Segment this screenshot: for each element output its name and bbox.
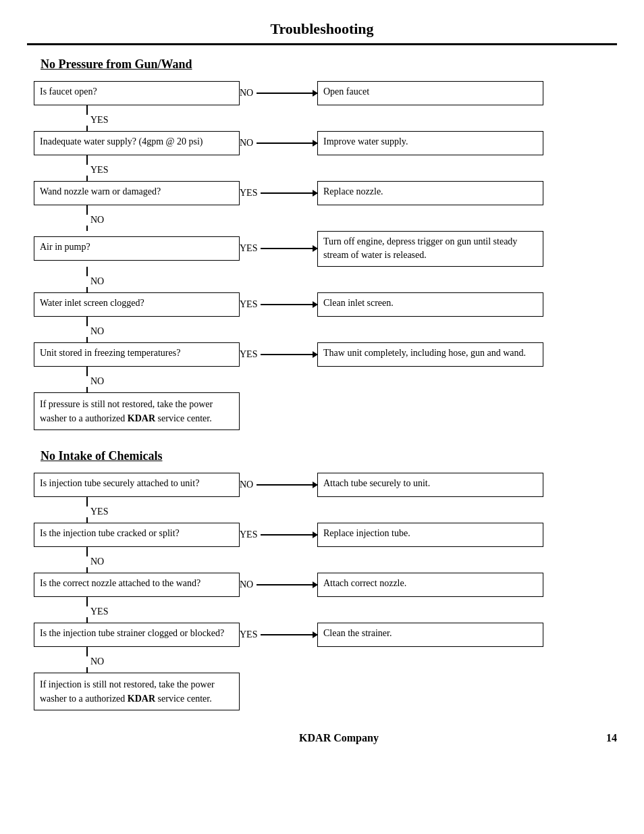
vline-3b xyxy=(86,226,88,231)
arrow-line-3 xyxy=(261,192,317,194)
no-connector-4: NO xyxy=(74,267,617,292)
arrow-line-s2-4 xyxy=(261,634,317,635)
no-conn-s2-4: NO xyxy=(74,647,617,673)
answer-box-4: Turn off engine, depress trigger on gun … xyxy=(317,231,543,267)
flow-row-s2-4: Is the injection tube strainer clogged o… xyxy=(34,623,617,647)
vline-6 xyxy=(86,367,88,376)
yes-label-s2-4: YES xyxy=(240,629,261,640)
vline-3 xyxy=(86,205,88,215)
yes-label-s2-2: YES xyxy=(240,529,261,540)
yes-label-1: YES xyxy=(90,115,617,126)
arrow-line-s2-2 xyxy=(261,534,317,536)
connector-s2-2: YES xyxy=(240,529,317,540)
answer-box-3: Replace nozzle. xyxy=(317,181,543,205)
yes-label-3a: YES xyxy=(240,188,261,199)
connector-s2-4: YES xyxy=(240,629,317,640)
question-box-3: Wand nozzle warn or damaged? xyxy=(34,181,240,205)
connector-6: YES xyxy=(240,349,317,360)
yes-label-4: YES xyxy=(240,243,261,254)
no-label-3: NO xyxy=(90,215,617,226)
footer-company: KDAR Company xyxy=(81,732,597,744)
vline-5b xyxy=(86,337,88,342)
section2: No Intake of Chemicals Is injection tube… xyxy=(27,449,617,710)
section1-heading: No Pressure from Gun/Wand xyxy=(41,57,617,72)
arrow-line-2 xyxy=(257,142,317,144)
question-box-s2-3: Is the correct nozzle attached to the wa… xyxy=(34,573,240,597)
question-box-s2-4: Is the injection tube strainer clogged o… xyxy=(34,623,240,647)
flow-row-s2-1: Is injection tube securely attached to u… xyxy=(34,473,617,497)
question-box-s2-1: Is injection tube securely attached to u… xyxy=(34,473,240,497)
footer-page: 14 xyxy=(597,732,617,744)
page-container: Troubleshooting No Pressure from Gun/Wan… xyxy=(27,20,617,744)
arrow-line-1 xyxy=(257,93,317,94)
vline-4 xyxy=(86,267,88,276)
connector-s2-3: NO xyxy=(240,579,317,590)
no-conn-s2-2: NO xyxy=(74,547,617,573)
connector-2: NO xyxy=(240,138,317,149)
yes-connector-1: YES xyxy=(74,105,617,131)
arrow-line-6 xyxy=(261,354,317,355)
no-label-1: NO xyxy=(240,88,257,99)
flow-row-s2-3: Is the correct nozzle attached to the wa… xyxy=(34,573,617,597)
arrow-line-s2-1 xyxy=(257,484,317,486)
connector-1: NO xyxy=(240,88,317,99)
question-box-s2-2: Is the injection tube cracked or split? xyxy=(34,523,240,547)
answer-box-2: Improve water supply. xyxy=(317,131,543,155)
answer-box-s2-1: Attach tube securely to unit. xyxy=(317,473,543,497)
arrow-line-s2-3 xyxy=(257,584,317,585)
flow-row-3: Wand nozzle warn or damaged? YES Replace… xyxy=(34,181,617,205)
section2-heading: No Intake of Chemicals xyxy=(41,449,617,463)
terminal-box-2: If injection is still not restored, take… xyxy=(34,673,240,710)
flow-row-5: Water inlet screen clogged? YES Clean in… xyxy=(34,292,617,317)
no-label-4: NO xyxy=(90,276,617,287)
connector-3: YES xyxy=(240,188,317,199)
connector-4: YES xyxy=(240,243,317,254)
question-box-4: Air in pump? xyxy=(34,236,240,261)
arrow-line-5 xyxy=(261,304,317,305)
yes-conn-s2-3: YES xyxy=(74,597,617,623)
vline-4b xyxy=(86,287,88,292)
yes-connector-2: YES xyxy=(74,155,617,181)
flow-row-6: Unit stored in freezing temperatures? YE… xyxy=(34,342,617,367)
vline-1b xyxy=(86,126,88,131)
no-label-6: NO xyxy=(90,376,617,387)
no-label-2: NO xyxy=(240,138,257,149)
kdar-bold-1: KDAR xyxy=(128,413,155,423)
answer-box-1: Open faucet xyxy=(317,81,543,105)
page-title: Troubleshooting xyxy=(27,20,617,38)
answer-box-s2-4: Clean the strainer. xyxy=(317,623,543,647)
vline-1 xyxy=(86,105,88,115)
no-label-s2-3: NO xyxy=(240,579,257,590)
answer-box-s2-3: Attach correct nozzle. xyxy=(317,573,543,597)
no-label-5: NO xyxy=(90,326,617,337)
title-divider xyxy=(27,43,617,45)
connector-5: YES xyxy=(240,299,317,310)
vline-2b xyxy=(86,176,88,181)
kdar-bold-2: KDAR xyxy=(128,694,155,704)
answer-box-s2-2: Replace injection tube. xyxy=(317,523,543,547)
question-box-6: Unit stored in freezing temperatures? xyxy=(34,342,240,367)
terminal-box-1: If pressure is still not restored, take … xyxy=(34,392,240,430)
flow-row-1: Is faucet open? NO Open faucet xyxy=(34,81,617,105)
yes-label-2: YES xyxy=(90,165,617,176)
answer-box-5: Clean inlet screen. xyxy=(317,292,543,317)
no-connector-6: NO xyxy=(74,367,617,392)
no-label-s2-1: NO xyxy=(240,479,257,490)
section1: No Pressure from Gun/Wand Is faucet open… xyxy=(27,57,617,430)
question-box-2: Inadequate water supply? (4gpm @ 20 psi) xyxy=(34,131,240,155)
vline-6b xyxy=(86,387,88,392)
yes-label-6: YES xyxy=(240,349,261,360)
flow-row-s2-2: Is the injection tube cracked or split? … xyxy=(34,523,617,547)
vline-2 xyxy=(86,155,88,165)
arrow-line-4 xyxy=(261,248,317,249)
yes-conn-s2-1: YES xyxy=(74,497,617,523)
flow-row-4: Air in pump? YES Turn off engine, depres… xyxy=(34,231,617,267)
yes-label-5: YES xyxy=(240,299,261,310)
answer-box-6: Thaw unit completely, including hose, gu… xyxy=(317,342,543,367)
footer: KDAR Company 14 xyxy=(27,729,617,744)
flow-row-2: Inadequate water supply? (4gpm @ 20 psi)… xyxy=(34,131,617,155)
question-box-5: Water inlet screen clogged? xyxy=(34,292,240,317)
vline-5 xyxy=(86,317,88,326)
connector-s2-1: NO xyxy=(240,479,317,490)
no-connector-3: NO xyxy=(74,205,617,231)
